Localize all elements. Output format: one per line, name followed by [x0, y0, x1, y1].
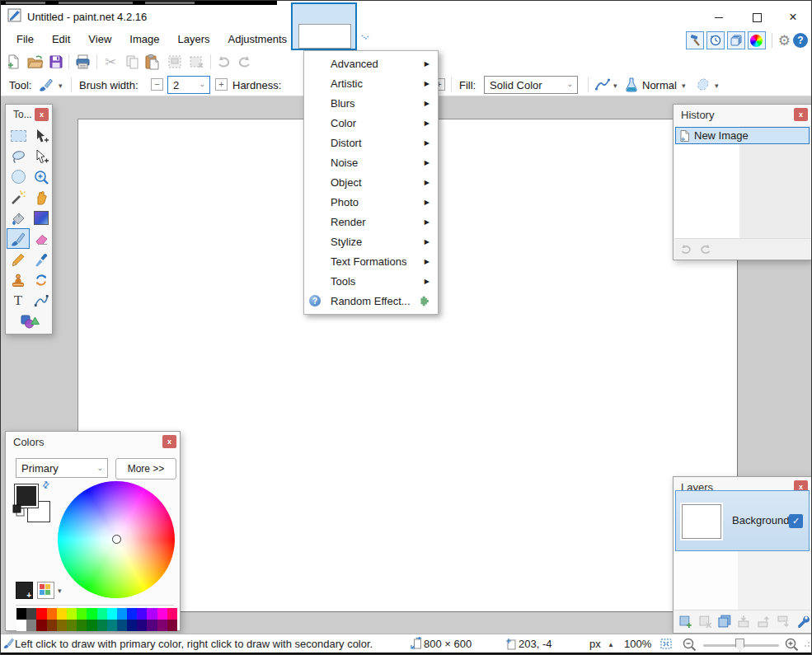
resize-grip-icon[interactable] — [802, 641, 810, 649]
palette-swatch[interactable] — [107, 608, 117, 620]
tools-panel-close-button[interactable]: x — [35, 108, 49, 121]
paste-button[interactable] — [143, 53, 161, 71]
palette-swatch[interactable] — [157, 620, 167, 631]
palette-swatch[interactable] — [107, 620, 117, 631]
palette-swatch[interactable] — [167, 608, 177, 620]
effects-menu-item-photo[interactable]: Photo▶ — [304, 192, 438, 212]
antialiasing-icon[interactable] — [594, 77, 611, 92]
history-toggle-button[interactable] — [706, 31, 725, 49]
new-document-button[interactable] — [4, 53, 22, 71]
units-value[interactable]: px — [589, 638, 601, 650]
effects-menu-item-text-formations[interactable]: Text Formations▶ — [304, 251, 438, 271]
minimize-button[interactable] — [701, 7, 737, 28]
color-mode-combo[interactable]: Primary ⌄ — [16, 458, 108, 478]
palette-swatch[interactable] — [117, 608, 127, 620]
close-button[interactable]: × — [775, 7, 811, 28]
tools-toggle-button[interactable] — [686, 31, 704, 49]
palette-swatch[interactable] — [36, 620, 46, 631]
add-color-button[interactable]: + — [16, 582, 33, 599]
tool-ellipse-select[interactable] — [7, 166, 30, 187]
tool-lasso-select[interactable] — [7, 146, 30, 166]
help-icon[interactable]: ? — [793, 33, 808, 48]
units-caret-up-icon[interactable]: ▲ — [608, 641, 614, 648]
palette-caret-icon[interactable]: ▾ — [58, 587, 62, 595]
colors-toggle-button[interactable] — [748, 31, 766, 49]
print-button[interactable] — [73, 53, 92, 71]
selection-clipping-icon[interactable] — [695, 77, 711, 93]
tool-line-curve[interactable] — [30, 290, 53, 311]
zoom-out-icon[interactable] — [682, 637, 697, 652]
zoom-in-icon[interactable] — [784, 637, 799, 652]
tool-shapes[interactable] — [19, 311, 40, 331]
menu-item-edit[interactable]: Edit — [44, 29, 78, 49]
palette-swatch[interactable] — [117, 620, 127, 631]
effects-menu-item-artistic[interactable]: Artistic▶ — [304, 73, 438, 93]
tool-paintbrush[interactable] — [7, 228, 30, 249]
palette-swatch[interactable] — [26, 608, 36, 620]
settings-gear-icon[interactable]: ⚙ — [778, 34, 791, 48]
save-button[interactable] — [47, 53, 65, 71]
palette-swatch[interactable] — [147, 608, 157, 620]
palette-swatch[interactable] — [16, 620, 26, 631]
layer-properties-wrench-icon[interactable] — [796, 614, 810, 629]
palette-swatch[interactable] — [47, 620, 57, 631]
brush-width-decrease-button[interactable]: − — [151, 78, 163, 91]
palette-swatch[interactable] — [57, 608, 67, 620]
swap-colors-icon[interactable]: ⇄ — [40, 479, 53, 491]
tool-gradient[interactable] — [30, 208, 53, 228]
zoom-slider-thumb[interactable] — [735, 639, 744, 652]
zoom-to-window-icon[interactable] — [659, 637, 674, 651]
effects-menu-item-blurs[interactable]: Blurs▶ — [304, 93, 438, 113]
tool-eraser[interactable] — [30, 228, 53, 249]
palette-swatch[interactable] — [87, 620, 96, 631]
tool-rectangle-select[interactable] — [7, 125, 30, 146]
tool-recolor[interactable] — [30, 269, 53, 290]
menu-item-view[interactable]: View — [80, 29, 120, 49]
history-item-new-image[interactable]: New Image — [675, 127, 810, 144]
brush-width-combo[interactable]: 2 ⌄ — [167, 76, 210, 94]
duplicate-layer-icon[interactable] — [717, 614, 732, 629]
tool-move-selected-pixels[interactable] — [30, 125, 53, 146]
palette-swatch[interactable] — [127, 608, 137, 620]
palette-swatch[interactable] — [127, 620, 137, 631]
tool-pencil[interactable] — [7, 249, 30, 269]
palette-swatch[interactable] — [16, 608, 26, 620]
colors-panel-close-button[interactable]: x — [162, 435, 176, 448]
maximize-button[interactable] — [739, 7, 775, 28]
tool-clone-stamp[interactable] — [7, 269, 30, 290]
effects-menu-item-color[interactable]: Color▶ — [304, 113, 438, 133]
menu-item-layers[interactable]: Layers — [169, 29, 218, 49]
effects-menu-item-noise[interactable]: Noise▶ — [304, 152, 438, 172]
layer-row-background[interactable]: Background ✓ — [675, 490, 810, 551]
layer-visibility-checkbox[interactable]: ✓ — [789, 514, 803, 528]
effects-menu-item-stylize[interactable]: Stylize▶ — [304, 232, 438, 251]
tool-zoom[interactable] — [30, 166, 53, 187]
tool-color-picker[interactable] — [30, 249, 53, 269]
brush-width-increase-button[interactable]: + — [215, 78, 228, 91]
palette-swatch[interactable] — [36, 608, 46, 620]
palette-swatch[interactable] — [97, 608, 107, 620]
effects-menu-item-advanced[interactable]: Advanced▶ — [304, 54, 438, 73]
image-list-chevron-icon[interactable] — [360, 34, 371, 41]
color-wheel-selector[interactable] — [112, 535, 121, 544]
palette-swatch[interactable] — [147, 620, 157, 631]
palette-swatch[interactable] — [97, 620, 107, 631]
palette-swatch[interactable] — [57, 620, 67, 631]
effects-menu-item-render[interactable]: Render▶ — [304, 212, 438, 232]
tool-paint-bucket[interactable] — [7, 208, 30, 228]
palette-swatch[interactable] — [137, 620, 147, 631]
tool-text[interactable]: T — [7, 290, 30, 311]
tool-move-selection[interactable] — [30, 146, 53, 166]
more-button[interactable]: More >> — [115, 458, 176, 480]
palette-swatch[interactable] — [137, 608, 147, 620]
effects-menu-item-object[interactable]: Object▶ — [304, 172, 438, 192]
palette-swatch[interactable] — [167, 620, 177, 631]
tool-dropdown-caret-icon[interactable]: ▾ — [59, 82, 63, 90]
palette-swatch[interactable] — [67, 620, 77, 631]
palette-swatch[interactable] — [77, 608, 87, 620]
blend-mode-caret-icon[interactable]: ▾ — [682, 82, 686, 90]
menu-item-image[interactable]: Image — [121, 29, 167, 49]
current-tool-brush-icon[interactable] — [38, 77, 54, 93]
open-button[interactable] — [26, 53, 44, 71]
palette-manager-button[interactable] — [37, 582, 54, 599]
